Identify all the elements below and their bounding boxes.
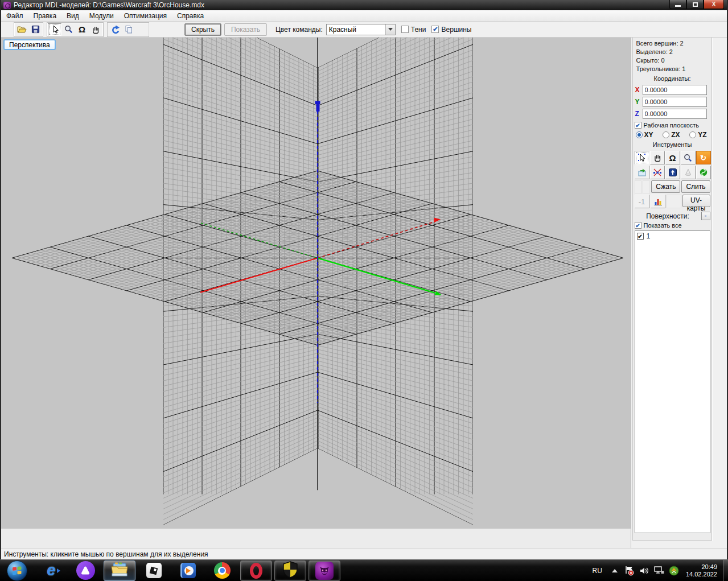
compress-button[interactable]: Сжать	[651, 180, 680, 193]
shadows-checkbox[interactable]: Тени	[401, 26, 426, 34]
zoom-tool[interactable]	[681, 151, 696, 164]
menu-optimization[interactable]: Оптимизация	[119, 11, 172, 21]
taskbar-app-opera[interactable]	[240, 561, 272, 581]
plane-radio-xy[interactable]: XY	[636, 131, 653, 139]
cone-tool-disabled[interactable]	[681, 166, 696, 179]
mdl-editor-demon-icon	[315, 562, 334, 580]
tools-label: Инструменты	[635, 141, 710, 149]
surfaces-label: Поверхности:	[635, 212, 701, 220]
stat-hidden: Скрыто: 0	[635, 56, 710, 65]
network-icon[interactable]	[653, 564, 665, 578]
select-tool-button[interactable]	[48, 23, 61, 36]
combo-drop-button[interactable]	[385, 24, 395, 35]
x-coordinate-field[interactable]	[643, 85, 707, 95]
toolbar: Ω Скрыть Показать Цвет команды: Красный	[1, 22, 727, 38]
plane-zx-label: ZX	[671, 131, 680, 139]
menu-bar: Файл Правка Вид Модули Оптимизация Справ…	[1, 10, 727, 22]
box-up-arrow-icon	[668, 168, 677, 177]
uv-maps-button[interactable]: UV-карты	[682, 195, 710, 207]
selected-vertex-marker[interactable]	[316, 104, 320, 112]
scale-vertices-tool[interactable]	[650, 166, 665, 179]
main-area: Перспектива Всего вершин: 2 Выделено: 2 …	[1, 38, 727, 548]
taskbar-app-media-player[interactable]	[172, 561, 204, 581]
pan-tool-button[interactable]	[89, 23, 102, 36]
refresh-view-tool[interactable]: ↻	[696, 151, 711, 164]
hand-icon	[653, 153, 662, 162]
menu-modules[interactable]: Модули	[84, 11, 119, 21]
taskbar-app-internet-explorer[interactable]: e	[35, 561, 67, 581]
show-button[interactable]: Показать	[224, 23, 267, 36]
start-button[interactable]	[1, 561, 33, 581]
taskbar-app-yandex-alice[interactable]	[69, 561, 101, 581]
screen: Редактор MDL-моделей: D:\Games\Warcraft …	[0, 0, 728, 581]
rotate-tool-button[interactable]: Ω	[75, 23, 89, 36]
system-tray: RU x 20:49 14.02.2022	[587, 560, 728, 581]
y-coordinate-field[interactable]	[643, 97, 707, 107]
taskbar-app-mdl-editor[interactable]	[309, 561, 340, 581]
team-color-combobox[interactable]: Красный	[326, 24, 396, 35]
surface-item[interactable]: ✔ 1	[637, 232, 708, 240]
taskbar-app-protection-shield[interactable]	[274, 561, 306, 581]
surfaces-collapse-button[interactable]: -	[701, 212, 710, 220]
plane-xy-label: XY	[644, 131, 653, 139]
material-tool[interactable]	[696, 166, 711, 179]
histogram-tool[interactable]	[651, 195, 665, 208]
zoom-tool-button[interactable]	[61, 23, 75, 36]
copy-button[interactable]	[122, 23, 135, 36]
show-all-checkbox[interactable]: ✔ Показать все	[635, 222, 710, 229]
selected-vertex-marker[interactable]	[315, 101, 320, 104]
checkered-shield-icon	[283, 561, 298, 580]
undo-button[interactable]	[108, 23, 122, 36]
minimize-button[interactable]	[669, 0, 686, 9]
menu-edit[interactable]: Правка	[28, 11, 62, 21]
show-desktop-button[interactable]	[723, 560, 728, 581]
z-coordinate-field[interactable]	[643, 109, 707, 119]
windows-start-icon	[7, 561, 27, 581]
vertices-label: Вершины	[441, 26, 471, 34]
language-indicator[interactable]: RU	[587, 567, 607, 575]
work-plane-checkbox[interactable]: ✔ Рабочая плоскость	[635, 122, 710, 129]
menu-view[interactable]: Вид	[61, 11, 84, 21]
delete-vertices-tool[interactable]	[635, 166, 649, 179]
maximize-icon	[693, 2, 698, 7]
rotate-tool[interactable]: Ω	[665, 151, 680, 164]
viewport-3d-canvas[interactable]	[1, 38, 631, 529]
save-button[interactable]	[28, 23, 42, 36]
shadows-label: Тени	[411, 26, 426, 34]
extrude-tool[interactable]	[665, 166, 680, 179]
radio-icon	[663, 131, 669, 138]
action-center-icon[interactable]: x	[623, 564, 636, 578]
coordinates-label: Координаты:	[635, 75, 710, 83]
taskbar-app-roblox[interactable]	[138, 561, 170, 581]
save-icon	[31, 25, 40, 34]
plane-radio-yz[interactable]: YZ	[689, 131, 706, 139]
app-window: Редактор MDL-моделей: D:\Games\Warcraft …	[0, 0, 728, 559]
toolbar-empty-slot	[135, 23, 148, 36]
open-button[interactable]	[15, 23, 28, 36]
pan-tool[interactable]	[650, 151, 665, 164]
vertices-checkbox[interactable]: ✔ Вершины	[431, 26, 471, 34]
vertices-checkbox-box: ✔	[431, 26, 439, 33]
antivirus-icon[interactable]	[668, 564, 680, 578]
taskbar-app-chrome[interactable]	[206, 561, 238, 581]
view-mode-button[interactable]: Перспектива	[3, 39, 56, 50]
merge-button[interactable]: Слить	[681, 180, 710, 193]
title-bar[interactable]: Редактор MDL-моделей: D:\Games\Warcraft …	[1, 0, 727, 10]
select-vertices-tool[interactable]	[635, 151, 649, 164]
plane-radio-zx[interactable]: ZX	[663, 131, 680, 139]
magnifier-icon	[64, 25, 73, 34]
clock-date: 14.02.2022	[686, 571, 717, 578]
menu-help[interactable]: Справка	[172, 11, 209, 21]
media-player-icon	[180, 563, 196, 578]
close-button[interactable]: X	[704, 0, 724, 9]
hide-button[interactable]: Скрыть	[184, 23, 221, 36]
taskbar-app-file-explorer[interactable]	[104, 561, 135, 581]
menu-file[interactable]: Файл	[1, 11, 28, 21]
minus-one-button[interactable]: -1	[635, 195, 649, 208]
clock[interactable]: 20:49 14.02.2022	[681, 563, 723, 578]
maximize-button[interactable]	[686, 0, 704, 9]
taskbar-apps: e	[0, 560, 342, 581]
show-hidden-icons-button[interactable]	[608, 564, 621, 578]
surfaces-list[interactable]: ✔ 1	[635, 230, 710, 533]
volume-icon[interactable]	[638, 564, 651, 578]
